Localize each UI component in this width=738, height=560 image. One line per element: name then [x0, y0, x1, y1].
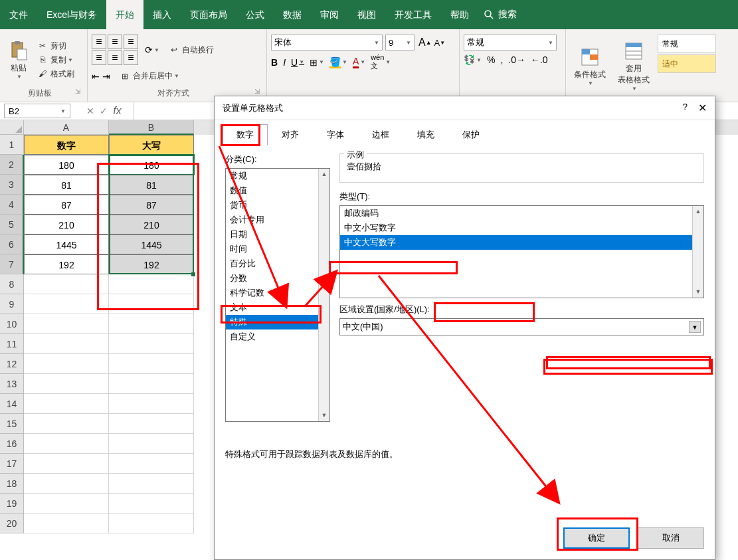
table-format-button[interactable]: 套用 表格格式▼: [614, 32, 654, 100]
tab-数据[interactable]: 数据: [274, 0, 311, 29]
scroll-up-button[interactable]: ▲: [319, 169, 329, 180]
enter-formula-button[interactable]: ✓: [100, 106, 108, 116]
row-header[interactable]: 3: [0, 175, 24, 195]
type-list[interactable]: 邮政编码中文小写数字中文大写数字 ▲ ▼: [339, 205, 704, 298]
cell[interactable]: [109, 354, 194, 374]
dialog-launcher-icon[interactable]: ⇲: [254, 88, 260, 95]
dialog-tab-保护[interactable]: 保护: [448, 124, 494, 145]
row-header[interactable]: 10: [0, 314, 24, 334]
tab-视图[interactable]: 视图: [348, 0, 385, 29]
help-button[interactable]: ?: [683, 102, 688, 114]
scrollbar[interactable]: ▲ ▼: [692, 206, 703, 298]
row-header[interactable]: 2: [0, 155, 24, 175]
merge-center-button[interactable]: ⊞合并后居中▼: [117, 69, 182, 83]
tab-帮助[interactable]: 帮助: [441, 0, 478, 29]
cell[interactable]: [109, 474, 194, 494]
font-name-combo[interactable]: 宋体▼: [271, 35, 383, 50]
cell[interactable]: [109, 294, 194, 314]
cell[interactable]: [109, 314, 194, 334]
col-header-b[interactable]: B: [109, 120, 194, 135]
cell[interactable]: [109, 434, 194, 454]
font-color-button[interactable]: A▼: [353, 56, 365, 68]
cell[interactable]: 大写: [109, 135, 194, 155]
tab-审阅[interactable]: 审阅: [311, 0, 348, 29]
cell[interactable]: [24, 474, 109, 494]
row-header[interactable]: 19: [0, 494, 24, 513]
comma-button[interactable]: ,: [500, 54, 503, 65]
tab-文件[interactable]: 文件: [0, 0, 37, 29]
fill-color-button[interactable]: 🪣▼: [329, 56, 347, 68]
scrollbar[interactable]: ▲ ▼: [318, 169, 329, 421]
cell[interactable]: [24, 294, 109, 314]
category-item[interactable]: 货币: [226, 198, 329, 213]
cell[interactable]: [24, 494, 109, 513]
category-item[interactable]: 时间: [226, 242, 329, 256]
font-size-combo[interactable]: 9▼: [385, 35, 415, 50]
cell[interactable]: 数字: [24, 135, 109, 155]
col-header-a[interactable]: A: [24, 120, 109, 135]
category-item[interactable]: 自定义: [226, 329, 329, 344]
row-header[interactable]: 18: [0, 474, 24, 494]
row-header[interactable]: 1: [0, 135, 24, 155]
cell[interactable]: 87: [24, 195, 109, 215]
cell[interactable]: [24, 394, 109, 414]
row-header[interactable]: 6: [0, 234, 24, 254]
tab-公式[interactable]: 公式: [236, 0, 274, 29]
row-header[interactable]: 9: [0, 294, 24, 314]
cell[interactable]: [24, 274, 109, 294]
increase-decimal-button[interactable]: .0→: [508, 54, 525, 65]
decrease-font-button[interactable]: A▼: [434, 38, 446, 48]
tab-开发工具[interactable]: 开发工具: [385, 0, 441, 29]
cut-button[interactable]: ✂剪切: [35, 39, 77, 53]
row-header[interactable]: 4: [0, 195, 24, 215]
conditional-format-button[interactable]: 条件格式▼: [570, 32, 610, 100]
cell[interactable]: 180: [109, 155, 194, 175]
category-list[interactable]: 常规数值货币会计专用日期时间百分比分数科学记数文本特殊自定义 ▲ ▼: [225, 168, 330, 422]
row-header[interactable]: 15: [0, 414, 24, 434]
row-header[interactable]: 5: [0, 215, 24, 234]
decrease-indent-button[interactable]: ⇤: [92, 71, 100, 82]
copy-button[interactable]: ⎘复制▼: [35, 53, 77, 67]
accounting-format-button[interactable]: 💱▼: [464, 54, 482, 65]
align-top-right[interactable]: ≡: [124, 35, 138, 49]
dialog-tab-边框[interactable]: 边框: [358, 124, 403, 145]
paste-button[interactable]: 粘贴 ▼: [4, 32, 33, 88]
category-item[interactable]: 分数: [226, 271, 329, 286]
cell-style-normal[interactable]: 常规: [658, 35, 716, 53]
format-painter-button[interactable]: 🖌格式刷: [35, 67, 77, 81]
cell[interactable]: [109, 274, 194, 294]
cell[interactable]: [24, 334, 109, 354]
select-all-corner[interactable]: [0, 120, 24, 135]
cell[interactable]: 81: [24, 175, 109, 195]
category-item[interactable]: 日期: [226, 227, 329, 242]
cell[interactable]: 180: [24, 155, 109, 175]
tab-页面布局[interactable]: 页面布局: [181, 0, 236, 29]
cell[interactable]: [24, 414, 109, 434]
row-header[interactable]: 8: [0, 274, 24, 294]
cell[interactable]: [109, 334, 194, 354]
cell[interactable]: [24, 374, 109, 394]
search-box[interactable]: 搜索: [484, 9, 517, 21]
cell[interactable]: 1445: [24, 234, 109, 254]
increase-font-button[interactable]: A▲: [418, 37, 432, 48]
tab-开始[interactable]: 开始: [106, 0, 143, 29]
underline-button[interactable]: U▼: [291, 57, 304, 68]
tab-Excel与财务[interactable]: Excel与财务: [37, 0, 106, 29]
increase-indent-button[interactable]: ⇥: [102, 71, 110, 82]
row-header[interactable]: 20: [0, 513, 24, 533]
locale-combo[interactable]: 中文(中国) ▼: [339, 318, 704, 335]
cell[interactable]: [24, 314, 109, 334]
row-header[interactable]: 7: [0, 254, 24, 274]
dialog-launcher-icon[interactable]: ⇲: [75, 88, 80, 95]
align-top-left[interactable]: ≡: [92, 35, 106, 49]
name-box[interactable]: B2▼: [4, 104, 70, 118]
cell[interactable]: [109, 513, 194, 533]
scroll-up-button[interactable]: ▲: [693, 206, 703, 217]
row-header[interactable]: 13: [0, 374, 24, 394]
orientation-button[interactable]: ⟳▼: [145, 45, 159, 55]
align-bottom-left[interactable]: ≡: [92, 50, 106, 65]
row-header[interactable]: 12: [0, 354, 24, 374]
type-item[interactable]: 中文小写数字: [340, 221, 703, 235]
bold-button[interactable]: B: [271, 57, 278, 68]
cell[interactable]: 87: [109, 195, 194, 215]
